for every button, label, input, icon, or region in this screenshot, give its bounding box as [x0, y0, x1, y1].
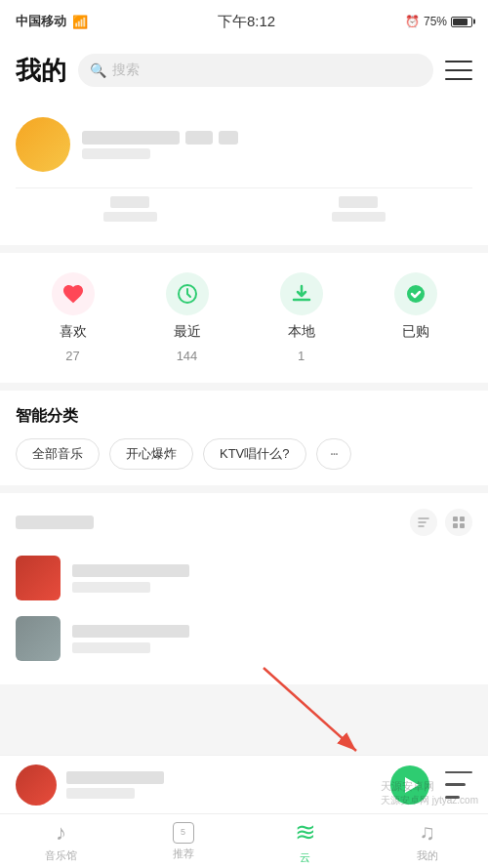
grid-icon	[452, 516, 466, 529]
play-icon	[405, 777, 419, 793]
player-controls	[390, 765, 472, 805]
section-header	[16, 509, 472, 536]
song-artist-1	[72, 582, 150, 593]
player-thumb	[16, 765, 57, 806]
player-bar	[0, 755, 488, 813]
action-purchased[interactable]: 已购	[394, 272, 437, 363]
svg-rect-2	[453, 517, 458, 521]
nav-recommend[interactable]: 5 推荐	[122, 822, 244, 861]
playlist-button[interactable]	[445, 771, 472, 799]
nav-cloud[interactable]: ≋ 云	[244, 817, 366, 865]
song-item-2[interactable]	[16, 608, 472, 669]
player-info	[66, 771, 381, 799]
username-placeholder	[82, 131, 180, 145]
vip-badge	[185, 131, 213, 145]
search-bar[interactable]: 🔍 搜索	[78, 54, 433, 87]
section-actions	[410, 509, 472, 536]
page-title: 我的	[16, 54, 66, 88]
profile-section	[0, 98, 488, 245]
menu-button[interactable]	[445, 61, 472, 80]
svg-point-1	[407, 285, 425, 303]
recent-icon-wrap	[166, 272, 209, 315]
cloud-icon: ≋	[295, 817, 316, 847]
stat-icon-1	[110, 196, 149, 208]
section-action-2[interactable]	[445, 509, 472, 536]
mine-icon: ♫	[419, 820, 435, 846]
alarm-icon: ⏰	[405, 15, 420, 28]
carrier-text: 中国移动	[16, 13, 66, 30]
recent-label: 最近	[174, 323, 201, 341]
song-thumb-2	[16, 616, 61, 661]
song-artist-2	[72, 642, 150, 653]
header: 我的 🔍 搜索	[0, 43, 488, 98]
mine-label: 我的	[417, 848, 438, 863]
playlist-line-3	[445, 796, 460, 799]
profile-top	[16, 117, 472, 172]
song-thumb-1	[16, 556, 61, 600]
music-hall-icon: ♪	[56, 820, 66, 846]
purchased-icon-wrap	[394, 272, 437, 315]
song-info-2	[72, 625, 472, 653]
wifi-icon: 📶	[72, 15, 88, 29]
vip-badge-2	[219, 131, 238, 145]
stat-icon-2	[339, 196, 378, 208]
playlist-line-2	[445, 783, 466, 786]
recommend-icon: 5	[173, 822, 194, 844]
recommend-label: 推荐	[173, 847, 194, 861]
tag-all-music[interactable]: 全部音乐	[16, 438, 100, 470]
tag-happy[interactable]: 开心爆炸	[109, 438, 193, 470]
player-song-name	[66, 771, 164, 784]
battery-area: ⏰ 75%	[405, 15, 472, 28]
tag-more-button[interactable]: ···	[316, 438, 351, 470]
smart-section: 智能分类 全部音乐 开心爆炸 KTV唱什么? ···	[0, 391, 488, 485]
section-action-1[interactable]	[410, 509, 437, 536]
svg-rect-5	[460, 523, 465, 528]
clock-icon	[176, 282, 199, 306]
cloud-label: 云	[300, 850, 310, 865]
action-local[interactable]: 本地 1	[280, 272, 323, 363]
action-recent[interactable]: 最近 144	[166, 272, 209, 363]
favorites-label: 喜欢	[60, 323, 87, 341]
status-bar: 中国移动 📶 下午8:12 ⏰ 75%	[0, 0, 488, 43]
carrier-signal: 中国移动 📶	[16, 13, 88, 30]
song-name-1	[72, 564, 189, 577]
search-icon: 🔍	[90, 62, 106, 78]
play-button[interactable]	[390, 765, 429, 805]
svg-rect-3	[460, 517, 465, 521]
stat-follows	[103, 196, 157, 222]
quick-actions: 喜欢 27 最近 144 本地 1 已购	[0, 253, 488, 383]
stat-desc-1	[103, 212, 157, 222]
smart-title: 智能分类	[16, 406, 472, 427]
sort-icon	[417, 516, 430, 529]
song-item-1[interactable]	[16, 548, 472, 608]
bottom-nav: ♪ 音乐馆 5 推荐 ≋ 云 ♫ 我的	[0, 813, 488, 868]
search-placeholder: 搜索	[112, 62, 140, 79]
tag-row: 全部音乐 开心爆炸 KTV唱什么? ···	[16, 438, 472, 470]
playlist-line-1	[445, 771, 472, 774]
profile-name-row	[82, 131, 472, 145]
tag-ktv[interactable]: KTV唱什么?	[203, 438, 306, 470]
avatar[interactable]	[16, 117, 70, 172]
download-icon	[290, 282, 313, 306]
menu-line-2	[445, 69, 472, 71]
song-thumb-img-1	[16, 556, 61, 600]
menu-line-1	[445, 61, 472, 62]
battery-icon	[451, 17, 472, 27]
recent-section	[0, 493, 488, 684]
profile-info	[82, 131, 472, 159]
section-title-placeholder	[16, 516, 94, 529]
action-favorites[interactable]: 喜欢 27	[52, 272, 95, 363]
purchased-label: 已购	[402, 323, 429, 341]
nav-music-hall[interactable]: ♪ 音乐馆	[0, 820, 122, 863]
stats-row	[16, 187, 472, 229]
player-artist	[66, 788, 135, 799]
clock: 下午8:12	[218, 13, 275, 31]
stat-fans	[332, 196, 386, 222]
favorites-count: 27	[65, 349, 79, 363]
song-info-1	[72, 564, 472, 593]
stat-desc-2	[332, 212, 386, 222]
song-name-2	[72, 625, 189, 638]
song-thumb-img-2	[16, 616, 61, 661]
nav-mine[interactable]: ♫ 我的	[366, 820, 488, 863]
menu-line-3	[445, 78, 472, 80]
